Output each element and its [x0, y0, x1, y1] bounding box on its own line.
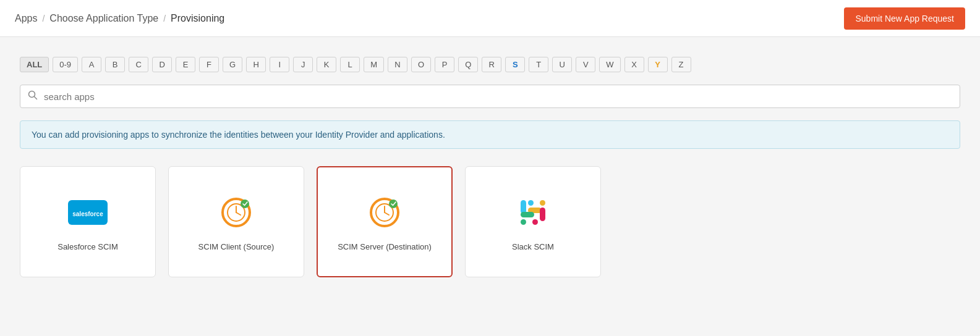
alpha-filter-r[interactable]: R — [482, 57, 501, 72]
search-input[interactable] — [44, 91, 952, 102]
alpha-filter-e[interactable]: E — [176, 57, 195, 72]
alpha-filter-m[interactable]: M — [364, 57, 384, 72]
alpha-filter-v[interactable]: V — [576, 57, 595, 72]
svg-point-8 — [241, 200, 249, 208]
svg-point-13 — [389, 200, 398, 208]
svg-rect-19 — [532, 219, 538, 225]
svg-rect-20 — [521, 212, 534, 217]
svg-text:salesforce: salesforce — [72, 211, 103, 217]
breadcrumb-apps-link[interactable]: Apps — [15, 13, 37, 24]
alpha-filter-i[interactable]: I — [270, 57, 289, 72]
app-card-scim-client-source[interactable]: SCIM Client (Source) — [168, 166, 304, 277]
scim-logo-icon — [365, 193, 404, 232]
app-card-name: SCIM Server (Destination) — [338, 242, 432, 251]
alpha-filter-h[interactable]: H — [246, 57, 266, 72]
alpha-filter-u[interactable]: U — [552, 57, 572, 72]
alpha-filter-d[interactable]: D — [152, 57, 172, 72]
page-header: Apps / Choose Application Type / Provisi… — [0, 0, 980, 37]
alpha-filter-k[interactable]: K — [317, 57, 336, 72]
alpha-filter-c[interactable]: C — [129, 57, 148, 72]
submit-new-app-request-button[interactable]: Submit New App Request — [844, 7, 965, 30]
alpha-filter-l[interactable]: L — [340, 57, 360, 72]
app-card-scim-server-destination[interactable]: SCIM Server (Destination) — [317, 166, 453, 277]
alpha-filter-z[interactable]: Z — [671, 57, 691, 72]
alpha-filter-g[interactable]: G — [223, 57, 242, 72]
search-bar — [20, 85, 960, 108]
alpha-filter-y[interactable]: Y — [648, 57, 668, 72]
apps-grid: salesforce Salesforce SCIM SCIM Client (… — [20, 166, 960, 277]
app-card-name: Slack SCIM — [512, 242, 554, 251]
svg-line-1 — [35, 97, 37, 99]
alpha-filter-n[interactable]: N — [388, 57, 407, 72]
alpha-filter-j[interactable]: J — [293, 57, 313, 72]
breadcrumb-sep-1: / — [42, 14, 45, 23]
alpha-filter-f[interactable]: F — [199, 57, 219, 72]
svg-rect-14 — [521, 200, 526, 214]
alpha-filter-t[interactable]: T — [529, 57, 548, 72]
alpha-filter-all[interactable]: ALL — [20, 57, 49, 72]
alpha-filter-a[interactable]: A — [82, 57, 101, 72]
alpha-filter-s[interactable]: S — [505, 57, 525, 72]
breadcrumb-choose-type-link[interactable]: Choose Application Type — [49, 13, 158, 24]
info-banner: You can add provisioning apps to synchro… — [20, 120, 960, 149]
svg-rect-15 — [528, 200, 534, 206]
search-icon — [28, 90, 38, 103]
breadcrumb-sep-2: / — [163, 14, 166, 23]
alpha-filter-w[interactable]: W — [599, 57, 620, 72]
app-card-salesforce-scim[interactable]: salesforce Salesforce SCIM — [20, 166, 156, 277]
alpha-filter-o[interactable]: O — [411, 57, 431, 72]
alphabet-filter: ALL0-9ABCDEFGHIJKLMNOPQRSTUVWXYZ — [20, 57, 960, 72]
alpha-filter-x[interactable]: X — [624, 57, 644, 72]
slack-logo-icon — [513, 193, 553, 232]
breadcrumb-current-page: Provisioning — [171, 13, 224, 24]
alpha-filter-p[interactable]: P — [435, 57, 454, 72]
alpha-filter-q[interactable]: Q — [458, 57, 478, 72]
breadcrumb: Apps / Choose Application Type / Provisi… — [15, 13, 224, 24]
app-card-name: Salesforce SCIM — [58, 242, 118, 251]
alpha-filter-b[interactable]: B — [105, 57, 125, 72]
svg-rect-17 — [540, 200, 545, 206]
app-card-slack-scim[interactable]: Slack SCIM — [465, 166, 601, 277]
svg-rect-18 — [540, 208, 545, 221]
main-content: ALL0-9ABCDEFGHIJKLMNOPQRSTUVWXYZ You can… — [0, 37, 980, 297]
scim-logo-icon — [216, 193, 256, 232]
salesforce-logo-icon: salesforce — [68, 193, 108, 232]
alpha-filter-09[interactable]: 0-9 — [53, 57, 78, 72]
svg-rect-21 — [521, 219, 526, 225]
app-card-name: SCIM Client (Source) — [198, 242, 275, 251]
